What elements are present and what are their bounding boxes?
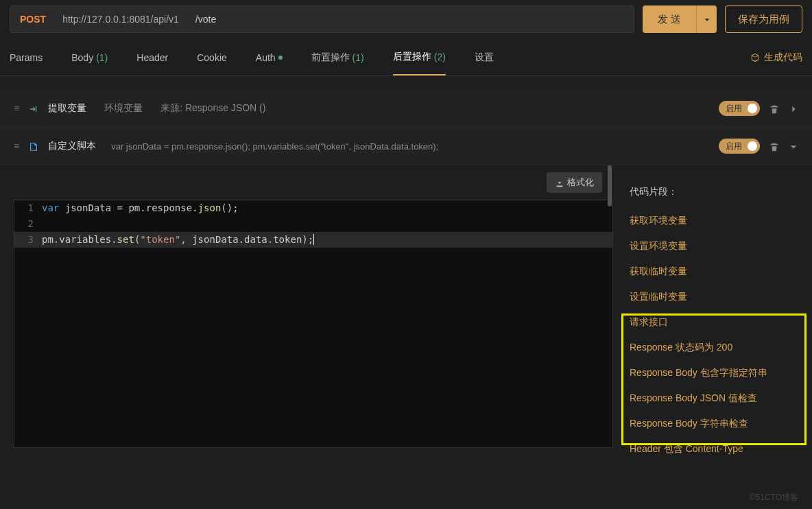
request-bar: POST http://127.0.0.1:8081/api/v1 /vote … [0, 0, 812, 38]
tab-body[interactable]: Body (1) [71, 52, 108, 74]
line-number: 1 [14, 200, 42, 216]
step-variable-source: 来源: Response JSON () [160, 102, 265, 115]
snippets-title: 代码片段： [630, 186, 798, 198]
save-as-case-button[interactable]: 保存为用例 [725, 5, 802, 33]
tab-auth[interactable]: Auth [256, 52, 283, 74]
tab-header[interactable]: Header [136, 52, 168, 74]
step-variable-kind: 环境变量 [104, 102, 143, 115]
tab-params[interactable]: Params [10, 52, 43, 74]
generate-code-button[interactable]: 生成代码 [750, 51, 802, 75]
editor-area: 格式化 1var jsonData = pm.response.json(); … [0, 165, 812, 448]
send-button[interactable]: 发 送 [643, 5, 696, 33]
editor-scrollbar[interactable] [608, 165, 612, 206]
method-select[interactable]: POST [20, 14, 46, 25]
watermark: ©51CTO博客 [750, 492, 798, 504]
collapse-step-button[interactable] [789, 141, 798, 152]
snippet-item[interactable]: 请求接口 [630, 309, 798, 335]
url-path[interactable]: /vote [195, 14, 216, 25]
post-step-custom-script: ≡ 自定义脚本 var jsonData = pm.response.json(… [0, 128, 812, 165]
code-snippets-panel: 代码片段： 获取环境变量 设置环境变量 获取临时变量 设置临时变量 请求接口 R… [613, 165, 812, 448]
url-base: http://127.0.0.1:8081/api/v1 [62, 14, 179, 25]
tab-settings[interactable]: 设置 [475, 51, 494, 75]
delete-step-button[interactable] [769, 141, 779, 152]
extract-icon [29, 103, 38, 114]
snippet-item[interactable]: 设置临时变量 [630, 284, 798, 309]
step-title: 提取变量 [48, 102, 86, 115]
chevron-down-icon [702, 15, 712, 25]
drag-handle-icon[interactable]: ≡ [14, 141, 19, 152]
snippet-item[interactable]: 设置环境变量 [630, 233, 798, 259]
post-step-extract-variable: ≡ 提取变量 环境变量 来源: Response JSON () 启用 [0, 90, 812, 128]
script-icon [29, 141, 38, 152]
line-number: 3 [14, 232, 42, 248]
cube-icon [750, 53, 760, 62]
expand-step-button[interactable] [789, 103, 798, 114]
step-title: 自定义脚本 [48, 140, 96, 152]
snippet-item[interactable]: 获取临时变量 [630, 259, 798, 284]
snippet-item[interactable]: Response Body JSON 值检查 [630, 386, 798, 411]
send-dropdown[interactable] [696, 5, 717, 33]
snippet-item[interactable]: Header 包含 Content-Type [630, 436, 798, 462]
request-tabs: Params Body (1) Header Cookie Auth 前置操作 … [0, 38, 812, 76]
drag-handle-icon[interactable]: ≡ [14, 103, 19, 114]
snippet-item[interactable]: 获取环境变量 [630, 208, 798, 233]
tab-pre-request[interactable]: 前置操作 (1) [311, 51, 364, 75]
snippet-item[interactable]: Response Body 字符串检查 [630, 411, 798, 436]
tab-post-request[interactable]: 后置操作 (2) [393, 51, 446, 75]
text-cursor [313, 234, 314, 245]
line-number: 2 [14, 216, 42, 232]
delete-step-button[interactable] [769, 103, 779, 114]
enable-toggle[interactable]: 启用 [719, 139, 760, 154]
download-icon [555, 178, 564, 188]
format-code-button[interactable]: 格式化 [547, 172, 602, 193]
snippet-item[interactable]: Response Body 包含字指定符串 [630, 360, 798, 386]
url-input-group[interactable]: POST http://127.0.0.1:8081/api/v1 /vote [10, 5, 634, 33]
snippet-item[interactable]: Response 状态码为 200 [630, 335, 798, 360]
auth-dot-icon [278, 56, 283, 60]
enable-toggle[interactable]: 启用 [719, 101, 760, 116]
step-script-preview: var jsonData = pm.response.json(); pm.va… [111, 141, 438, 152]
code-editor[interactable]: 1var jsonData = pm.response.json(); 2 3p… [14, 200, 613, 448]
tab-cookie[interactable]: Cookie [197, 52, 227, 74]
